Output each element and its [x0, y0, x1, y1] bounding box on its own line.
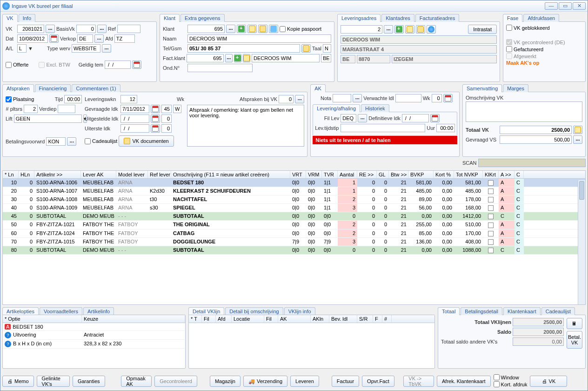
detail-header[interactable]: * T	[189, 315, 202, 323]
tab-artikelopties[interactable]: Artikelopties	[2, 307, 39, 315]
grid-scrollbar[interactable]	[578, 180, 585, 304]
kortafdruk-checkbox[interactable]: Kort. afdruk	[494, 381, 528, 387]
kopie-checkbox[interactable]: Kopie paspoort	[280, 26, 321, 32]
grid-header[interactable]: Tot NVKP	[454, 171, 483, 178]
table-row[interactable]: 450SUBTOTAALDEMO MEUB- - -SUBTOTAAL0|00|…	[3, 212, 585, 221]
tab-totaal[interactable]: Totaal	[438, 307, 460, 315]
tel-card-button[interactable]	[301, 44, 311, 53]
tab-afdrukfasen[interactable]: Afdrukfasen	[523, 14, 559, 22]
detail-header[interactable]: Afd	[216, 315, 232, 323]
afspraakbij-lookup-button[interactable]	[295, 95, 304, 103]
dat-cal-button[interactable]	[49, 34, 59, 43]
fillev-lookup-button[interactable]	[358, 114, 367, 122]
detail-header[interactable]: S/R	[357, 315, 373, 323]
tab-leveringsadres[interactable]: Leveringsadres	[337, 14, 381, 22]
detail-header[interactable]: #	[382, 315, 392, 323]
gevraagde-wk-input[interactable]	[161, 105, 172, 113]
gefactureerd-checkbox[interactable]: Gefactureerd	[506, 46, 543, 52]
klant-add-button[interactable]	[237, 25, 246, 33]
detail-header[interactable]: Locatie	[232, 315, 264, 323]
uitgestelde-input[interactable]	[120, 115, 149, 123]
gevraagdvs-lookup-button[interactable]	[573, 135, 582, 144]
tab-extra[interactable]: Extra gegevens	[180, 14, 224, 22]
detail-header[interactable]: AK	[278, 315, 311, 323]
typewerv-input[interactable]	[72, 44, 100, 53]
grid-header[interactable]: C	[514, 171, 524, 178]
uur-input[interactable]	[436, 124, 455, 132]
grid-header[interactable]: A >>	[499, 171, 514, 178]
basisvk-lookup-button[interactable]	[97, 25, 107, 33]
verdiep-input[interactable]	[58, 105, 75, 113]
fillev-input[interactable]	[341, 114, 356, 122]
uiterste-cal-button[interactable]	[151, 124, 160, 133]
tab-detailvklijn[interactable]: Detail VKlijn	[188, 307, 224, 315]
totaalvk-input[interactable]	[500, 126, 572, 134]
tab-vk[interactable]: VK	[2, 14, 18, 22]
tab-artikelinfo[interactable]: Artikelinfo	[83, 307, 114, 315]
table-row[interactable]: 600FBY-ZITZA-1024FATBOY THEFATBOYCATBAG0…	[3, 229, 585, 238]
typewerv-lookup-button[interactable]	[102, 44, 111, 53]
memo-button[interactable]: 🖨Memo	[2, 376, 34, 387]
grid-header[interactable]: Kort %	[434, 171, 454, 178]
afspraakbij-input[interactable]	[279, 95, 294, 103]
tab-betalingsdetail[interactable]: Betalingsdetail	[461, 307, 502, 315]
ondn-input[interactable]	[187, 64, 253, 72]
betaling-lookup-button[interactable]	[67, 137, 76, 146]
verkop-lookup-button[interactable]	[94, 34, 104, 43]
leveringswkn-input[interactable]	[120, 95, 137, 103]
grid-header[interactable]: TVR	[322, 171, 338, 178]
uitgestelde-wk-input[interactable]	[161, 115, 172, 123]
detail-header[interactable]: Fil	[202, 315, 216, 323]
print-vk-button[interactable]: 🖨VK	[530, 376, 567, 387]
exclbtw-checkbox[interactable]: Excl. BTW	[39, 62, 70, 68]
tab-klantadres[interactable]: Klantadres	[381, 14, 414, 22]
factklant-input[interactable]	[187, 54, 224, 62]
vk-input[interactable]	[17, 25, 44, 33]
tab-voorraadtellers[interactable]: Voorraadtellers	[40, 307, 82, 315]
gelinkte-button[interactable]: Gelinkte VK's	[37, 376, 70, 387]
tab-commentaren[interactable]: Commentaren (1)	[72, 84, 120, 92]
table-row[interactable]: 400S100-ARNA-1009MEUBELFABARNAs30SPIEGEL…	[3, 204, 585, 212]
scan-input[interactable]	[478, 159, 586, 167]
afrek-button[interactable]: Afrek. Klantenkaart	[437, 376, 491, 387]
basisvk-input[interactable]	[76, 25, 96, 33]
grid-header[interactable]: VRM	[306, 171, 322, 178]
tab-samenvatting[interactable]: Samenvatting	[462, 84, 502, 92]
detail-header[interactable]: AKln	[311, 315, 329, 323]
minimize-button[interactable]: —	[545, 2, 558, 10]
lever-add-button[interactable]	[394, 25, 404, 34]
grid-header[interactable]: Btw >>	[389, 171, 408, 178]
grid-header[interactable]: BVKP	[408, 171, 434, 178]
akwk-input[interactable]	[432, 94, 442, 102]
grid-header[interactable]: Lever AK	[81, 171, 116, 178]
tab-fase[interactable]: Fase	[503, 14, 522, 22]
tab-afspraken[interactable]: Afspraken	[2, 84, 34, 92]
geldig-input[interactable]	[105, 61, 131, 69]
tab-marges[interactable]: Marges	[503, 84, 528, 92]
grid-header[interactable]: Artikelnr >>	[34, 171, 81, 178]
detail-header[interactable]: Fil	[264, 315, 278, 323]
def-input[interactable]	[402, 114, 429, 122]
leveren-button[interactable]: Leveren	[290, 376, 319, 387]
tab-facturatieadres[interactable]: Facturatieadres	[415, 14, 459, 22]
betaling-input[interactable]	[46, 137, 66, 146]
tab-vklijninfo[interactable]: VKlijn info	[284, 307, 315, 315]
verwachte-input[interactable]	[395, 94, 421, 102]
opvrfact-button[interactable]: Opvr.Fact	[362, 376, 394, 387]
magazijn-button[interactable]: Magazijn	[210, 376, 241, 387]
pltsrs-input[interactable]	[24, 105, 38, 113]
lever-folder-button[interactable]	[416, 25, 425, 34]
uitgestelde-cal-button[interactable]	[151, 115, 160, 123]
gevraagde-cal-button[interactable]	[151, 105, 160, 113]
maakak-link[interactable]: Maak AK's op	[506, 60, 582, 66]
maximize-button[interactable]: ▭	[559, 2, 572, 10]
close-button[interactable]: ✕	[573, 2, 586, 10]
tab-financiering[interactable]: Financiering	[35, 84, 71, 92]
factklant-name-input[interactable]	[252, 54, 320, 62]
al-input[interactable]	[17, 44, 27, 53]
factklant-add-button[interactable]	[234, 54, 241, 62]
tab-cadeaulijst[interactable]: Cadeaulijst	[541, 307, 575, 315]
table-row[interactable]: 700FBY-ZITZA-1015FATBOY THEFATBOYDOGGIEL…	[3, 238, 585, 246]
klant-lookup-button[interactable]	[226, 25, 235, 33]
grid-header[interactable]: Model lever	[116, 171, 148, 178]
